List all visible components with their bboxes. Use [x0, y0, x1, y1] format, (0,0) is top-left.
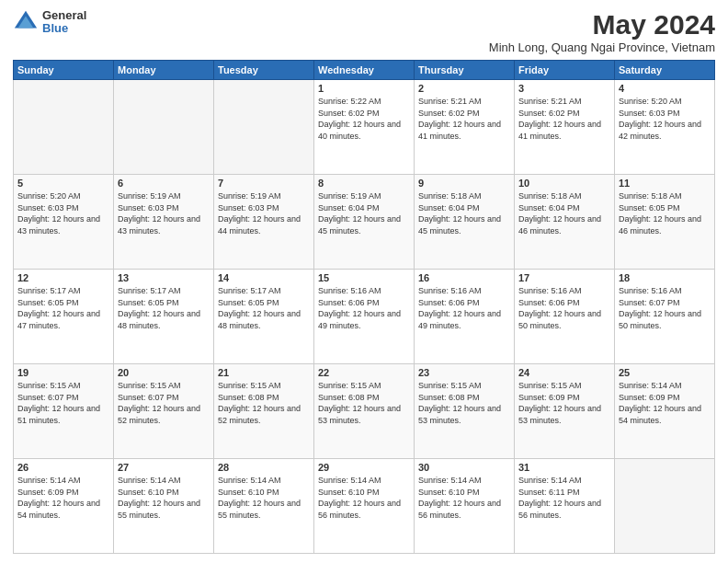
day-info: Sunrise: 5:21 AM Sunset: 6:02 PM Dayligh… — [418, 96, 510, 142]
calendar-cell — [14, 80, 114, 175]
calendar-cell: 2Sunrise: 5:21 AM Sunset: 6:02 PM Daylig… — [415, 80, 515, 175]
day-number: 5 — [17, 178, 109, 189]
day-info: Sunrise: 5:19 AM Sunset: 6:03 PM Dayligh… — [218, 190, 310, 236]
day-info: Sunrise: 5:14 AM Sunset: 6:10 PM Dayligh… — [418, 475, 510, 521]
calendar-cell: 7Sunrise: 5:19 AM Sunset: 6:03 PM Daylig… — [214, 175, 314, 270]
calendar-cell: 19Sunrise: 5:15 AM Sunset: 6:07 PM Dayli… — [14, 364, 114, 459]
calendar-cell: 12Sunrise: 5:17 AM Sunset: 6:05 PM Dayli… — [14, 270, 114, 364]
day-info: Sunrise: 5:15 AM Sunset: 6:08 PM Dayligh… — [318, 380, 410, 426]
calendar-cell: 6Sunrise: 5:19 AM Sunset: 6:03 PM Daylig… — [114, 175, 214, 270]
day-info: Sunrise: 5:16 AM Sunset: 6:06 PM Dayligh… — [418, 285, 510, 331]
day-info: Sunrise: 5:20 AM Sunset: 6:03 PM Dayligh… — [17, 190, 109, 236]
day-number: 19 — [17, 367, 109, 378]
day-number: 12 — [17, 272, 109, 283]
day-number: 4 — [619, 83, 711, 94]
day-number: 29 — [318, 462, 410, 473]
day-number: 10 — [518, 178, 610, 189]
calendar-cell: 4Sunrise: 5:20 AM Sunset: 6:03 PM Daylig… — [615, 80, 715, 175]
day-info: Sunrise: 5:16 AM Sunset: 6:06 PM Dayligh… — [518, 285, 610, 331]
day-number: 6 — [118, 178, 210, 189]
day-number: 9 — [418, 178, 510, 189]
title-section: May 2024 Minh Long, Quang Ngai Province,… — [489, 9, 715, 54]
calendar-cell: 18Sunrise: 5:16 AM Sunset: 6:07 PM Dayli… — [615, 270, 715, 364]
day-info: Sunrise: 5:21 AM Sunset: 6:02 PM Dayligh… — [518, 96, 610, 142]
logo-blue: Blue — [42, 22, 86, 35]
week-row-4: 19Sunrise: 5:15 AM Sunset: 6:07 PM Dayli… — [14, 364, 715, 459]
calendar-cell: 30Sunrise: 5:14 AM Sunset: 6:10 PM Dayli… — [415, 459, 515, 554]
day-number: 3 — [518, 83, 610, 94]
calendar-cell: 21Sunrise: 5:15 AM Sunset: 6:08 PM Dayli… — [214, 364, 314, 459]
calendar-cell: 16Sunrise: 5:16 AM Sunset: 6:06 PM Dayli… — [415, 270, 515, 364]
day-number: 18 — [619, 272, 711, 283]
day-info: Sunrise: 5:14 AM Sunset: 6:10 PM Dayligh… — [118, 475, 210, 521]
calendar-cell: 15Sunrise: 5:16 AM Sunset: 6:06 PM Dayli… — [314, 270, 415, 364]
week-row-1: 1Sunrise: 5:22 AM Sunset: 6:02 PM Daylig… — [14, 80, 715, 175]
day-info: Sunrise: 5:14 AM Sunset: 6:09 PM Dayligh… — [17, 475, 109, 521]
day-info: Sunrise: 5:16 AM Sunset: 6:06 PM Dayligh… — [318, 285, 410, 331]
calendar-table: SundayMondayTuesdayWednesdayThursdayFrid… — [13, 60, 715, 554]
day-header-thursday: Thursday — [415, 61, 515, 80]
day-header-wednesday: Wednesday — [314, 61, 415, 80]
day-info: Sunrise: 5:17 AM Sunset: 6:05 PM Dayligh… — [218, 285, 310, 331]
main-title: May 2024 — [489, 9, 715, 40]
calendar-cell: 31Sunrise: 5:14 AM Sunset: 6:11 PM Dayli… — [515, 459, 615, 554]
calendar-cell: 27Sunrise: 5:14 AM Sunset: 6:10 PM Dayli… — [114, 459, 214, 554]
calendar-cell: 14Sunrise: 5:17 AM Sunset: 6:05 PM Dayli… — [214, 270, 314, 364]
calendar-cell: 26Sunrise: 5:14 AM Sunset: 6:09 PM Dayli… — [14, 459, 114, 554]
day-info: Sunrise: 5:18 AM Sunset: 6:04 PM Dayligh… — [418, 190, 510, 236]
calendar-cell: 24Sunrise: 5:15 AM Sunset: 6:09 PM Dayli… — [515, 364, 615, 459]
week-row-2: 5Sunrise: 5:20 AM Sunset: 6:03 PM Daylig… — [14, 175, 715, 270]
subtitle: Minh Long, Quang Ngai Province, Vietnam — [489, 40, 715, 54]
day-info: Sunrise: 5:15 AM Sunset: 6:07 PM Dayligh… — [17, 380, 109, 426]
day-info: Sunrise: 5:18 AM Sunset: 6:05 PM Dayligh… — [619, 190, 711, 236]
day-number: 1 — [318, 83, 410, 94]
calendar-cell: 25Sunrise: 5:14 AM Sunset: 6:09 PM Dayli… — [615, 364, 715, 459]
day-info: Sunrise: 5:14 AM Sunset: 6:10 PM Dayligh… — [218, 475, 310, 521]
calendar-cell: 22Sunrise: 5:15 AM Sunset: 6:08 PM Dayli… — [314, 364, 415, 459]
calendar-cell — [114, 80, 214, 175]
calendar-cell — [214, 80, 314, 175]
day-info: Sunrise: 5:14 AM Sunset: 6:10 PM Dayligh… — [318, 475, 410, 521]
day-info: Sunrise: 5:19 AM Sunset: 6:04 PM Dayligh… — [318, 190, 410, 236]
day-number: 8 — [318, 178, 410, 189]
day-number: 24 — [518, 367, 610, 378]
day-info: Sunrise: 5:18 AM Sunset: 6:04 PM Dayligh… — [518, 190, 610, 236]
calendar-cell: 5Sunrise: 5:20 AM Sunset: 6:03 PM Daylig… — [14, 175, 114, 270]
calendar-cell: 29Sunrise: 5:14 AM Sunset: 6:10 PM Dayli… — [314, 459, 415, 554]
day-number: 14 — [218, 272, 310, 283]
day-number: 21 — [218, 367, 310, 378]
calendar-cell: 11Sunrise: 5:18 AM Sunset: 6:05 PM Dayli… — [615, 175, 715, 270]
logo-general: General — [42, 9, 86, 22]
calendar-cell — [615, 459, 715, 554]
calendar-cell: 17Sunrise: 5:16 AM Sunset: 6:06 PM Dayli… — [515, 270, 615, 364]
day-number: 20 — [118, 367, 210, 378]
calendar-cell: 1Sunrise: 5:22 AM Sunset: 6:02 PM Daylig… — [314, 80, 415, 175]
logo: General Blue — [13, 9, 86, 36]
day-number: 16 — [418, 272, 510, 283]
day-number: 25 — [619, 367, 711, 378]
day-header-tuesday: Tuesday — [214, 61, 314, 80]
day-number: 2 — [418, 83, 510, 94]
day-info: Sunrise: 5:17 AM Sunset: 6:05 PM Dayligh… — [118, 285, 210, 331]
day-header-monday: Monday — [114, 61, 214, 80]
day-number: 13 — [118, 272, 210, 283]
day-info: Sunrise: 5:19 AM Sunset: 6:03 PM Dayligh… — [118, 190, 210, 236]
day-info: Sunrise: 5:15 AM Sunset: 6:09 PM Dayligh… — [518, 380, 610, 426]
day-number: 31 — [518, 462, 610, 473]
day-header-sunday: Sunday — [14, 61, 114, 80]
week-row-3: 12Sunrise: 5:17 AM Sunset: 6:05 PM Dayli… — [14, 270, 715, 364]
header: General Blue May 2024 Minh Long, Quang N… — [13, 9, 715, 54]
day-info: Sunrise: 5:15 AM Sunset: 6:07 PM Dayligh… — [118, 380, 210, 426]
calendar-cell: 9Sunrise: 5:18 AM Sunset: 6:04 PM Daylig… — [415, 175, 515, 270]
logo-text: General Blue — [42, 9, 86, 36]
logo-icon — [13, 9, 39, 35]
calendar-cell: 20Sunrise: 5:15 AM Sunset: 6:07 PM Dayli… — [114, 364, 214, 459]
day-info: Sunrise: 5:14 AM Sunset: 6:11 PM Dayligh… — [518, 475, 610, 521]
day-info: Sunrise: 5:17 AM Sunset: 6:05 PM Dayligh… — [17, 285, 109, 331]
day-number: 23 — [418, 367, 510, 378]
day-number: 28 — [218, 462, 310, 473]
day-header-friday: Friday — [515, 61, 615, 80]
calendar-header-row: SundayMondayTuesdayWednesdayThursdayFrid… — [14, 61, 715, 80]
calendar-cell: 23Sunrise: 5:15 AM Sunset: 6:08 PM Dayli… — [415, 364, 515, 459]
calendar-cell: 3Sunrise: 5:21 AM Sunset: 6:02 PM Daylig… — [515, 80, 615, 175]
